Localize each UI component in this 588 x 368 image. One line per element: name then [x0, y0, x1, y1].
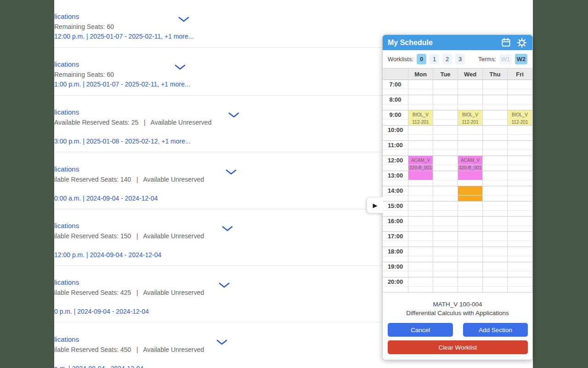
schedule-cell	[508, 141, 532, 150]
schedule-cell	[483, 95, 508, 104]
clear-worklist-button[interactable]: Clear Worklist	[388, 340, 528, 354]
course-block[interactable]: ACAM_V	[458, 156, 483, 165]
cancel-button[interactable]: Cancel	[388, 323, 453, 337]
chevron-down-icon[interactable]	[175, 64, 186, 70]
schedule-cell	[408, 262, 433, 271]
schedule-cell	[408, 271, 433, 277]
schedule-cell	[458, 226, 483, 232]
schedule-cell	[408, 150, 433, 156]
schedule-cell	[433, 186, 458, 196]
gear-icon[interactable]	[516, 37, 527, 48]
course-list-item: lications Remaining Seats: 60 1:00 p.m. …	[54, 60, 190, 89]
schedule-cell	[508, 80, 532, 89]
seats-text: Available Reserved Seats: 25 | Available…	[54, 118, 211, 127]
schedule-cell	[408, 226, 433, 232]
collapse-schedule-toggle[interactable]: ▶	[367, 197, 383, 213]
worklist-chip-0[interactable]: 0	[417, 54, 426, 64]
schedule-cell	[508, 95, 532, 104]
schedule-cell	[408, 211, 433, 217]
worklist-chip-2[interactable]: 2	[442, 54, 452, 64]
seats-text: Remaining Seats: 60	[54, 23, 193, 31]
course-block[interactable]	[458, 171, 483, 180]
schedule-text-link[interactable]: 1:00 p.m. | 2025-01-07 - 2025-02-11, +1 …	[54, 80, 190, 89]
course-list-item: lications Available Reserved Seats: 25 |…	[54, 108, 211, 146]
schedule-text-link[interactable]: 3:00 p.m. | 2025-01-08 - 2025-02-12, +1 …	[54, 137, 211, 146]
schedule-cell	[433, 95, 458, 104]
divider	[54, 265, 382, 266]
seats-text: ilable Reserved Seats: 450 | Available U…	[54, 345, 204, 354]
schedule-cell	[433, 196, 458, 201]
course-title-link[interactable]: lications	[54, 165, 204, 174]
my-schedule-panel: My Schedule	[382, 34, 533, 360]
schedule-cell	[483, 120, 508, 126]
chevron-down-icon[interactable]	[228, 112, 239, 118]
schedule-cell	[483, 287, 508, 293]
calendar-icon[interactable]	[501, 37, 511, 48]
schedule-cell	[408, 126, 433, 135]
schedule-cell	[483, 171, 508, 180]
schedule-cell	[408, 241, 433, 247]
course-block[interactable]: 112-201	[458, 120, 483, 126]
time-label: 19:00	[383, 262, 408, 271]
course-block[interactable]: 320-B_001	[408, 165, 433, 171]
schedule-text-link[interactable]: 12:00 p.m. | 2025-01-07 - 2025-02-11, +1…	[54, 32, 193, 41]
schedule-cell	[483, 89, 508, 95]
course-title-link[interactable]: lications	[54, 278, 204, 287]
chevron-down-icon[interactable]	[216, 339, 227, 345]
schedule-cell	[433, 150, 458, 156]
course-title-link[interactable]: lications	[54, 335, 204, 344]
course-block[interactable]: BIOL_V	[408, 110, 433, 120]
schedule-cell	[483, 165, 508, 171]
time-label	[383, 120, 408, 126]
time-label	[383, 89, 408, 95]
course-title-link[interactable]: lications	[54, 108, 211, 117]
chevron-down-icon[interactable]	[178, 17, 189, 23]
schedule-cell	[458, 256, 483, 262]
schedule-cell	[483, 271, 508, 277]
chevron-down-icon[interactable]	[226, 169, 237, 175]
schedule-cell	[483, 277, 508, 287]
course-block[interactable]	[458, 196, 483, 201]
divider	[54, 209, 382, 209]
time-label	[383, 211, 408, 217]
chevron-down-icon[interactable]	[222, 226, 233, 232]
time-label: 7:00	[383, 80, 408, 89]
course-title-link[interactable]: lications	[54, 221, 204, 230]
schedule-cell	[408, 141, 433, 150]
course-title-link[interactable]: lications	[54, 60, 190, 69]
schedule-cell	[433, 180, 458, 186]
schedule-text-link[interactable]: p.m. | 2024-09-04 - 2024-12-04	[54, 364, 204, 368]
term-chip-w1[interactable]: W1	[499, 54, 512, 64]
course-block[interactable]	[408, 171, 433, 180]
chevron-down-icon[interactable]	[219, 282, 230, 288]
schedule-text-link[interactable]: 12:00 p.m. | 2024-09-04 - 2024-12-04	[54, 251, 204, 259]
schedule-cell	[433, 141, 458, 150]
course-block[interactable]: BIOL_V	[508, 110, 532, 120]
schedule-text-link[interactable]: 0 p.m. | 2024-09-04 - 2024-12-04	[54, 307, 204, 316]
course-block[interactable]: BIOL_V	[458, 110, 483, 120]
worklist-chip-1[interactable]: 1	[430, 54, 439, 64]
schedule-cell	[508, 241, 532, 247]
schedule-cell	[483, 150, 508, 156]
course-block[interactable]: 320-B_001	[458, 165, 483, 171]
worklist-chip-3[interactable]: 3	[455, 54, 465, 64]
course-title-link[interactable]: lications	[54, 12, 193, 21]
add-section-button[interactable]: Add Section	[463, 323, 528, 337]
schedule-cell	[458, 241, 483, 247]
schedule-cell	[433, 89, 458, 95]
course-block[interactable]: 112-201	[408, 120, 433, 126]
course-block[interactable]	[458, 186, 483, 196]
course-block[interactable]: ACAM_V	[408, 156, 433, 165]
schedule-cell	[458, 201, 483, 211]
schedule-text-link[interactable]: 0:00 a.m. | 2024-09-04 - 2024-12-04	[54, 194, 204, 203]
schedule-cell	[433, 126, 458, 135]
schedule-cell	[508, 89, 532, 95]
course-block[interactable]: 112-201	[508, 120, 532, 126]
day-header: Mon	[408, 69, 433, 80]
term-chip-w2[interactable]: W2	[515, 54, 527, 64]
schedule-cell	[458, 104, 483, 110]
schedule-cell	[408, 287, 433, 293]
schedule-cell	[508, 201, 532, 211]
course-list-item: lications Remaining Seats: 60 12:00 p.m.…	[54, 12, 193, 41]
worklists-label: Worklists:	[388, 56, 413, 63]
